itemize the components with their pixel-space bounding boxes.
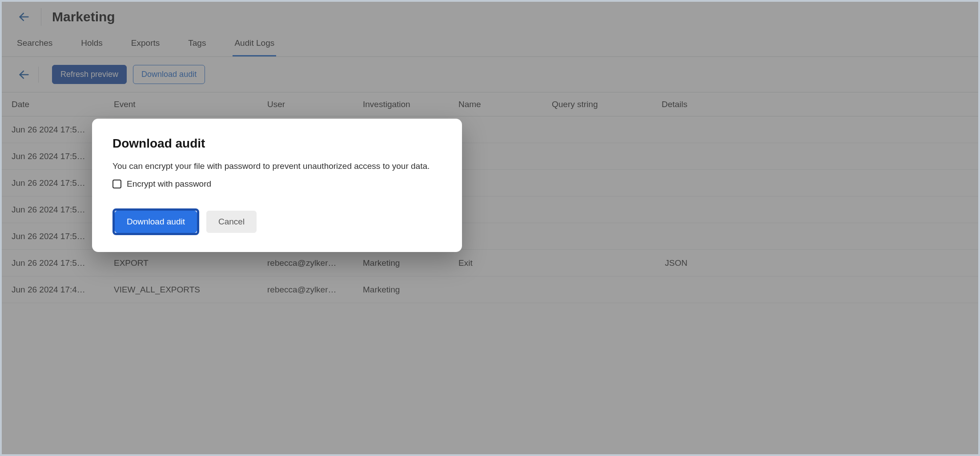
modal-title: Download audit — [112, 136, 442, 151]
encrypt-checkbox-label[interactable]: Encrypt with password — [127, 179, 211, 189]
modal-description: You can encrypt your file with password … — [112, 161, 442, 171]
modal-actions: Download audit Cancel — [112, 208, 442, 235]
modal-download-button[interactable]: Download audit — [115, 211, 197, 233]
encrypt-checkbox[interactable] — [112, 180, 121, 188]
download-audit-modal: Download audit You can encrypt your file… — [92, 119, 462, 252]
primary-action-highlight: Download audit — [112, 208, 199, 235]
modal-cancel-button[interactable]: Cancel — [206, 211, 257, 233]
encrypt-checkbox-row[interactable]: Encrypt with password — [112, 179, 442, 189]
